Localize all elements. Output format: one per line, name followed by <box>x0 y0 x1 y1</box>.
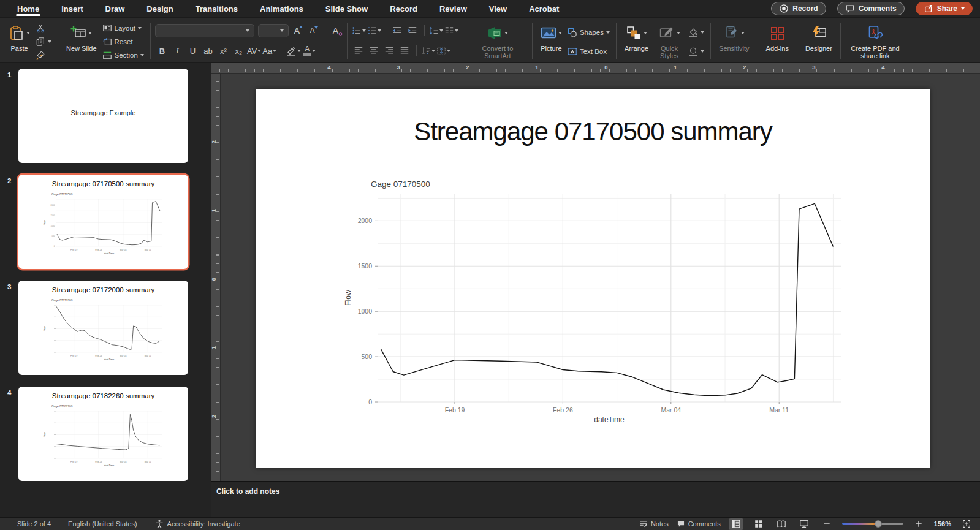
section-button[interactable]: Section <box>101 50 146 61</box>
zoom-level[interactable]: 156% <box>934 520 951 528</box>
grow-font-button[interactable]: A <box>290 24 304 37</box>
slide-thumbnail-1[interactable]: Streamgage Example <box>18 69 188 163</box>
reset-button[interactable]: Reset <box>101 36 146 47</box>
new-slide-button[interactable]: New Slide <box>63 21 101 54</box>
copy-button[interactable] <box>34 36 53 47</box>
svg-text:1500: 1500 <box>358 262 373 270</box>
tab-review[interactable]: Review <box>428 0 478 17</box>
svg-text:1000: 1000 <box>358 308 373 315</box>
bullets-button[interactable] <box>352 24 366 37</box>
addins-button[interactable]: Add-ins <box>762 21 792 54</box>
quick-styles-button[interactable]: Quick Styles <box>652 21 686 61</box>
arrange-button[interactable]: Arrange <box>621 21 652 54</box>
notes-toggle-button[interactable]: Notes <box>639 520 669 528</box>
slide-sorter-view-button[interactable] <box>751 518 766 530</box>
strikethrough-button[interactable]: ab <box>201 44 215 58</box>
tab-design[interactable]: Design <box>135 0 184 17</box>
align-text-button[interactable] <box>436 44 450 58</box>
increase-indent-button[interactable] <box>406 24 420 37</box>
chevron-down-icon <box>312 50 316 52</box>
flow-line-chart[interactable]: Feb 19Feb 26Mar 04Mar 110500100015002000… <box>342 180 869 425</box>
ruler-label: 2 <box>210 140 217 143</box>
svg-text:Gage 07170500: Gage 07170500 <box>371 180 430 189</box>
tab-slide-show[interactable]: Slide Show <box>314 0 379 17</box>
designer-button[interactable]: Designer <box>802 21 836 54</box>
align-center-button[interactable] <box>367 44 381 58</box>
font-color-button[interactable]: A <box>302 44 316 58</box>
notes-panel[interactable]: Click to add notes <box>211 481 980 517</box>
addins-icon <box>769 25 785 41</box>
chevron-down-icon <box>140 54 144 56</box>
language-selector[interactable]: English (United States) <box>68 520 137 528</box>
paste-button[interactable]: Paste <box>5 21 34 54</box>
decrease-indent-button[interactable] <box>390 24 405 37</box>
svg-text:Mar 04: Mar 04 <box>120 461 126 463</box>
zoom-slider[interactable] <box>842 523 903 525</box>
comments-button[interactable]: Comments <box>837 2 905 15</box>
shapes-icon <box>568 28 577 37</box>
align-left-button[interactable] <box>352 44 366 58</box>
underline-button[interactable]: U <box>186 44 200 58</box>
zoom-slider-knob[interactable] <box>875 520 882 528</box>
reading-view-button[interactable] <box>774 518 789 530</box>
slide-thumbnail-4[interactable]: Streamgage 07182260 summaryGage 07182260… <box>18 387 188 481</box>
font-size-select[interactable] <box>258 24 289 37</box>
slide[interactable]: Streamgage 07170500 summary Feb 19Feb 26… <box>256 89 930 468</box>
tab-acrobat[interactable]: Acrobat <box>518 0 570 17</box>
slide-thumbnail-3[interactable]: Streamgage 07172000 summaryGage 07172000… <box>18 281 188 375</box>
superscript-button[interactable]: x² <box>216 44 230 58</box>
bold-button[interactable]: B <box>155 44 169 58</box>
tab-record[interactable]: Record <box>379 0 428 17</box>
comments-toggle-button[interactable]: Comments <box>677 520 721 528</box>
share-button[interactable]: Share <box>916 2 973 15</box>
italic-button[interactable]: I <box>170 44 184 58</box>
shape-outline-button[interactable] <box>686 46 706 57</box>
align-right-button[interactable] <box>382 44 397 58</box>
slideshow-view-button[interactable] <box>797 518 811 530</box>
text-highlight-button[interactable] <box>286 44 301 58</box>
tab-transitions[interactable]: Transitions <box>184 0 249 17</box>
columns-button[interactable] <box>444 24 458 37</box>
clear-formatting-button[interactable]: A <box>329 24 343 37</box>
tab-animations[interactable]: Animations <box>249 0 314 17</box>
character-spacing-button[interactable]: AV <box>247 44 261 58</box>
chevron-down-icon <box>48 40 51 43</box>
shape-fill-icon <box>688 28 698 37</box>
text-direction-button[interactable] <box>421 44 435 58</box>
create-pdf-label: Create PDF and share link <box>849 45 902 59</box>
font-name-select[interactable] <box>155 24 254 37</box>
tab-view[interactable]: View <box>478 0 518 17</box>
format-painter-button[interactable] <box>34 50 53 61</box>
normal-view-button[interactable] <box>729 518 743 530</box>
record-button[interactable]: Record <box>771 2 826 15</box>
line-spacing-button[interactable] <box>429 24 443 37</box>
text-box-button[interactable]: Text Box <box>566 46 612 57</box>
convert-to-smartart-button[interactable]: Convert to SmartArt <box>468 21 528 61</box>
layout-button[interactable]: Layout <box>101 23 146 34</box>
numbering-button[interactable] <box>367 24 381 37</box>
svg-text:Mar 11: Mar 11 <box>145 249 151 251</box>
sensitivity-button[interactable]: Sensitivity <box>715 21 753 54</box>
justify-button[interactable] <box>398 44 412 58</box>
fit-to-window-button[interactable] <box>959 518 974 530</box>
svg-text:Mar 11: Mar 11 <box>769 406 789 414</box>
insert-group: Picture Shapes Text Box <box>537 20 612 61</box>
cut-button[interactable] <box>34 23 53 34</box>
shrink-font-button[interactable]: A <box>305 24 319 37</box>
slide-thumbnail-2[interactable]: Streamgage 07170500 summaryGage 07170500… <box>18 175 188 269</box>
tab-home[interactable]: Home <box>6 0 50 17</box>
slideshow-icon <box>799 519 809 529</box>
zoom-out-button[interactable] <box>819 518 834 530</box>
shapes-button[interactable]: Shapes <box>566 27 612 38</box>
tab-insert[interactable]: Insert <box>50 0 94 17</box>
slide-title[interactable]: Streamgage 07170500 summary <box>256 117 930 146</box>
tab-draw[interactable]: Draw <box>94 0 136 17</box>
create-pdf-button[interactable]: Create PDF and share link <box>845 21 905 61</box>
zoom-in-button[interactable] <box>911 518 926 530</box>
subscript-button[interactable]: x₂ <box>232 44 246 58</box>
accessibility-status[interactable]: Accessibility: Investigate <box>154 519 240 529</box>
section-icon <box>102 50 112 60</box>
picture-button[interactable]: Picture <box>537 21 566 54</box>
change-case-button[interactable]: Aa <box>262 44 276 58</box>
shape-fill-button[interactable] <box>686 27 706 38</box>
